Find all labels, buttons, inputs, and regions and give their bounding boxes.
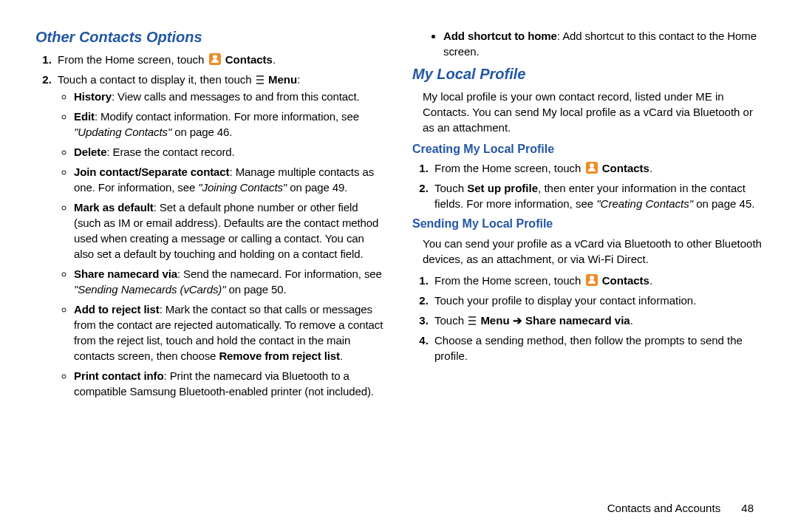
step-1: From the Home screen, touch Contacts. xyxy=(55,52,386,67)
text: : Modify contact information. For more i… xyxy=(95,110,359,123)
label: History xyxy=(74,90,112,103)
label: Print contact info xyxy=(74,369,164,382)
label: Share namecard via xyxy=(525,314,630,327)
label: Add to reject list xyxy=(74,303,160,316)
label: Delete xyxy=(74,146,106,158)
text: on page 50. xyxy=(225,283,286,296)
menu-label: Menu xyxy=(480,314,509,327)
option-join: Join contact/Separate contact: Manage mu… xyxy=(74,164,386,195)
page-footer: Contacts and Accounts 48 xyxy=(607,502,754,514)
text: Touch a contact to display it, then touc… xyxy=(58,73,255,86)
xref: "Sending Namecards (vCards)" xyxy=(74,283,225,296)
option-mark-default: Mark as default: Set a default phone num… xyxy=(74,200,386,262)
label: Join contact/Separate contact xyxy=(74,166,230,178)
subheading-creating: Creating My Local Profile xyxy=(412,141,763,157)
create-step-2: Touch Set up profile, then enter your in… xyxy=(432,180,763,211)
xref: "Joining Contacts" xyxy=(198,181,287,194)
label: Edit xyxy=(74,110,95,123)
text: . xyxy=(340,349,343,362)
right-column: Add shortcut to home: Add shortcut to th… xyxy=(412,27,763,514)
contacts-icon xyxy=(586,274,598,286)
xref: "Updating Contacts" xyxy=(74,126,171,138)
steps-list: From the Home screen, touch Contacts. To… xyxy=(35,52,386,399)
label: Remove from reject list xyxy=(219,349,340,362)
text: Touch xyxy=(434,314,467,327)
text: : Send the namecard. For information, se… xyxy=(177,267,382,280)
menu-label: Menu xyxy=(268,73,297,86)
option-history: History: View calls and messages to and … xyxy=(74,89,386,104)
menu-icon xyxy=(468,316,476,325)
page-number: 48 xyxy=(741,502,754,514)
text: on page 46. xyxy=(171,126,232,138)
manual-page: Other Contacts Options From the Home scr… xyxy=(0,0,798,532)
text: Touch xyxy=(434,182,467,194)
label: Set up profile xyxy=(467,182,538,194)
my-local-profile-intro: My local profile is your own contact rec… xyxy=(423,89,763,135)
continued-options: Add shortcut to home: Add shortcut to th… xyxy=(412,28,763,59)
text: . xyxy=(649,274,652,287)
sending-intro: You can send your profile as a vCard via… xyxy=(423,236,763,267)
send-step-3: Touch Menu ➔ Share namecard via. xyxy=(432,313,763,328)
heading-my-local-profile: My Local Profile xyxy=(412,64,763,84)
contacts-label: Contacts xyxy=(602,274,649,287)
label: Add shortcut to home xyxy=(443,30,557,42)
text: : xyxy=(297,73,300,86)
section-name: Contacts and Accounts xyxy=(607,502,720,514)
contacts-icon xyxy=(586,162,598,174)
contacts-label: Contacts xyxy=(225,53,273,66)
text: . xyxy=(649,162,652,174)
label: Mark as default xyxy=(74,201,154,214)
subheading-sending: Sending My Local Profile xyxy=(412,216,763,232)
option-edit: Edit: Modify contact information. For mo… xyxy=(74,109,386,140)
text: on page 49. xyxy=(287,181,347,194)
text: : View calls and messages to and from th… xyxy=(112,90,360,103)
contacts-icon xyxy=(209,53,221,65)
arrow-icon: ➔ xyxy=(510,314,525,327)
text: . xyxy=(273,53,276,66)
left-column: Other Contacts Options From the Home scr… xyxy=(35,27,386,514)
contacts-label: Contacts xyxy=(602,162,649,174)
step-2: Touch a contact to display it, then touc… xyxy=(55,72,386,399)
menu-icon xyxy=(256,75,264,84)
send-step-1: From the Home screen, touch Contacts. xyxy=(432,273,763,288)
text: . xyxy=(630,314,633,327)
xref: "Creating Contacts" xyxy=(596,197,693,210)
option-delete: Delete: Erase the contact record. xyxy=(74,144,386,160)
sending-steps: From the Home screen, touch Contacts. To… xyxy=(412,273,763,364)
option-add-shortcut: Add shortcut to home: Add shortcut to th… xyxy=(443,28,763,59)
text: on page 45. xyxy=(693,197,754,210)
creating-steps: From the Home screen, touch Contacts. To… xyxy=(412,160,763,211)
send-step-4: Choose a sending method, then follow the… xyxy=(432,332,763,364)
text: From the Home screen, touch xyxy=(434,274,584,287)
text: From the Home screen, touch xyxy=(58,53,208,66)
send-step-2: Touch your profile to display your conta… xyxy=(432,293,763,308)
heading-other-contacts-options: Other Contacts Options xyxy=(35,27,386,47)
option-reject-list: Add to reject list: Mark the contact so … xyxy=(74,301,386,364)
create-step-1: From the Home screen, touch Contacts. xyxy=(432,160,763,176)
option-print: Print contact info: Print the namecard v… xyxy=(74,368,386,399)
menu-options-list: History: View calls and messages to and … xyxy=(58,89,386,399)
option-share-namecard: Share namecard via: Send the namecard. F… xyxy=(74,266,386,297)
text: From the Home screen, touch xyxy=(434,162,584,174)
text: : Erase the contact record. xyxy=(106,146,234,158)
label: Share namecard via xyxy=(74,267,177,280)
